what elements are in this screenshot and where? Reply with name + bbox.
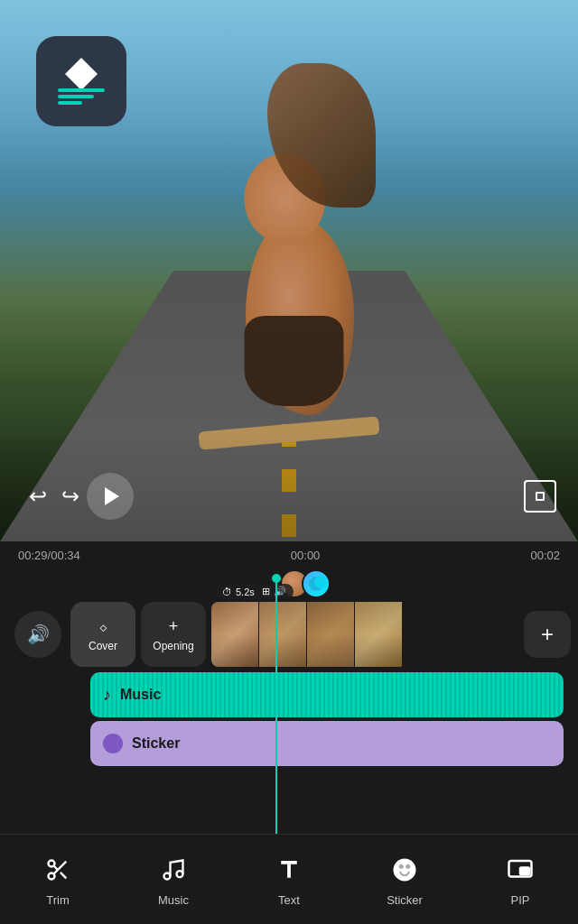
cover-button[interactable]: ⬦ Cover	[70, 602, 135, 667]
trim-icon	[40, 852, 76, 888]
opening-icon: +	[169, 617, 179, 636]
svg-point-5	[164, 873, 171, 880]
add-clip-button[interactable]: +	[524, 611, 571, 658]
pip-label: PIP	[511, 893, 530, 907]
video-frame-1	[211, 602, 258, 667]
music-tool[interactable]: Music	[116, 852, 231, 907]
video-preview: ↩ ↪	[0, 0, 578, 541]
fullscreen-button[interactable]	[524, 480, 556, 513]
volume-button[interactable]: 🔊	[14, 611, 61, 658]
frames-container	[211, 602, 511, 667]
undo-button[interactable]: ↩	[22, 480, 54, 513]
app-logo	[36, 36, 126, 126]
video-frame-2	[259, 602, 306, 667]
music-note-icon: ♪	[103, 686, 111, 705]
music-tool-label: Music	[158, 893, 189, 907]
svg-point-8	[399, 864, 404, 869]
duration-badge: ⏱ 5.2s ⊞ 🔊	[215, 584, 294, 599]
opening-button[interactable]: + Opening	[141, 602, 206, 667]
avatar-2	[302, 569, 331, 598]
total-time: 00:34	[51, 549, 80, 562]
video-strip[interactable]: ⏱ 5.2s ⊞ 🔊	[211, 602, 511, 667]
music-track[interactable]: ♪ Music	[90, 672, 564, 717]
svg-point-7	[394, 859, 416, 882]
svg-line-3	[61, 873, 66, 878]
text-tool[interactable]: Text	[231, 852, 347, 907]
video-frame-4	[355, 602, 402, 667]
redo-button[interactable]: ↪	[54, 480, 87, 513]
trim-tool[interactable]: Trim	[0, 852, 116, 907]
time-indicators: 00:29 / 00:34 00:00 00:02	[0, 541, 578, 566]
svg-point-1	[49, 873, 55, 880]
fullscreen-icon	[536, 492, 545, 501]
speaker-badge-icon: 🔊	[274, 586, 286, 597]
text-icon	[271, 852, 307, 888]
svg-rect-11	[520, 868, 529, 875]
svg-point-0	[49, 861, 55, 867]
sticker-label: Sticker	[132, 735, 180, 752]
time-marker-2: 00:02	[530, 549, 560, 562]
plus-icon: +	[541, 622, 554, 647]
cover-icon: ⬦	[98, 617, 108, 636]
clock-icon: ⏱	[222, 587, 232, 597]
play-button[interactable]	[87, 473, 134, 520]
video-frame-3	[307, 602, 354, 667]
pip-icon	[502, 852, 538, 888]
text-label: Text	[278, 893, 300, 907]
svg-point-6	[177, 871, 183, 877]
music-label: Music	[120, 687, 161, 703]
cover-label: Cover	[89, 640, 117, 652]
sticker-track[interactable]: Sticker	[90, 721, 564, 766]
pip-tool[interactable]: PIP	[462, 852, 578, 907]
sticker-tool-icon	[387, 852, 423, 888]
volume-icon: 🔊	[27, 624, 50, 645]
opening-label: Opening	[153, 640, 193, 652]
timeline-row: 🔊 ⬦ Cover + Opening ⏱ 5.2s ⊞ 🔊	[0, 602, 578, 667]
svg-point-9	[406, 864, 410, 869]
current-time: 00:29	[18, 549, 48, 562]
play-icon	[105, 487, 119, 505]
sticker-tool-label: Sticker	[387, 893, 423, 907]
bottom-toolbar: Trim Music Text Sticker	[0, 834, 578, 924]
sticker-tool[interactable]: Sticker	[347, 852, 462, 907]
time-marker-1: 00:00	[291, 549, 321, 562]
sticker-icon	[103, 734, 123, 753]
music-tool-icon	[155, 852, 191, 888]
svg-line-4	[53, 865, 58, 870]
music-waveform	[90, 672, 564, 717]
grid-icon: ⊞	[262, 586, 270, 597]
playback-controls: ↩ ↪	[0, 473, 578, 520]
trim-label: Trim	[46, 893, 70, 907]
